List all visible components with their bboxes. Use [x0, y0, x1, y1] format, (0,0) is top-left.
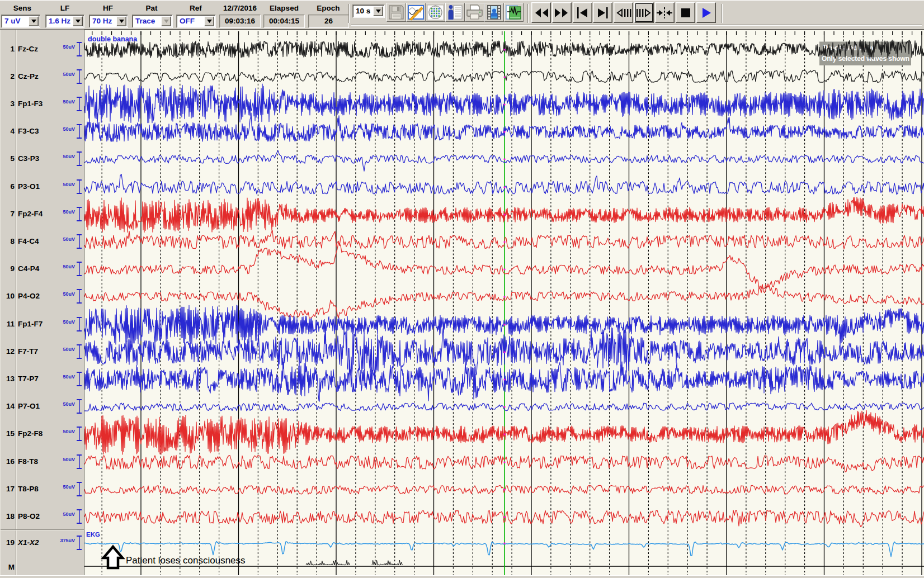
svg-text:EKG: EKG	[86, 531, 100, 538]
svg-text:Patient loses consciousness: Patient loses consciousness	[126, 555, 246, 566]
svg-text:double banana: double banana	[88, 35, 138, 43]
